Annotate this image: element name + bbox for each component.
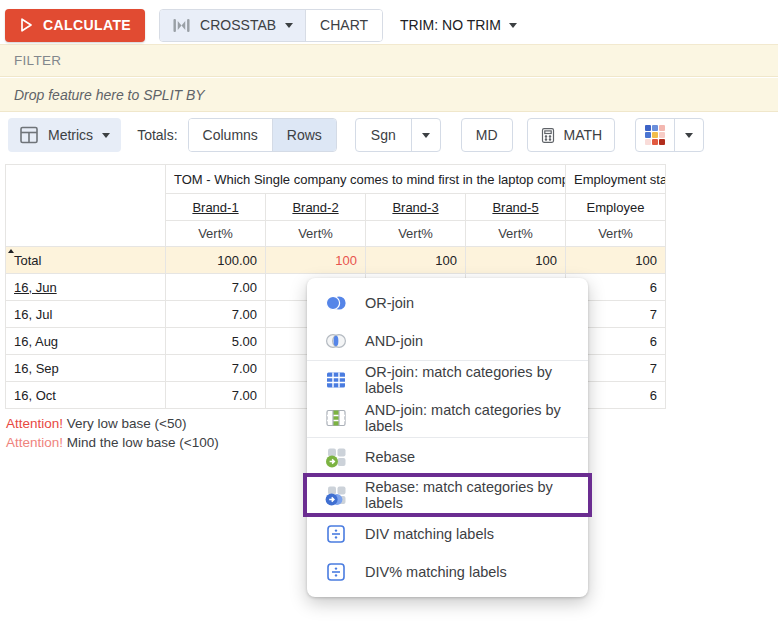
metric-header: Vert% [366, 221, 466, 247]
sgn-caret-button[interactable] [411, 119, 440, 151]
row-header-16-jun[interactable]: 16, Jun [6, 274, 166, 301]
metric-header: Vert% [266, 221, 366, 247]
table-cell-low-base: 100 [266, 247, 366, 274]
row-label-text: 16, Aug [14, 334, 58, 349]
column-header-brand-3[interactable]: Brand-3 [366, 194, 466, 221]
table-cell: 7.00 [166, 274, 266, 301]
view-toggle: CROSSTAB CHART [159, 9, 383, 42]
table-cell: 100 [466, 247, 566, 274]
metric-header: Vert% [466, 221, 566, 247]
table-cell: 5.00 [166, 328, 266, 355]
sgn-label: Sgn [371, 127, 396, 143]
column-header-employee[interactable]: Employee [566, 194, 666, 221]
rebase-green-icon [324, 445, 348, 469]
chevron-down-icon [509, 23, 517, 28]
md-label: MD [476, 127, 498, 143]
chevron-down-icon [685, 133, 693, 138]
chevron-down-icon [422, 133, 430, 138]
column-header-brand-5[interactable]: Brand-5 [466, 194, 566, 221]
totals-rows-label: Rows [287, 127, 322, 143]
menu-item-label: DIV matching labels [365, 526, 494, 542]
menu-item-and-join[interactable]: AND-join [307, 322, 588, 360]
crosstab-label: CROSSTAB [200, 17, 276, 33]
totals-label: Totals: [137, 127, 177, 143]
calculate-label: CALCULATE [43, 17, 131, 33]
table-cell: 7.00 [166, 301, 266, 328]
menu-item-label: Rebase [365, 449, 415, 465]
attention-prefix: Attention! [6, 416, 63, 431]
calculate-button[interactable]: CALCULATE [5, 9, 145, 42]
row-header-16-sep[interactable]: 16, Sep [6, 355, 166, 382]
heatmap-caret-button[interactable] [674, 119, 703, 151]
column-header-brand-1[interactable]: Brand-1 [166, 194, 266, 221]
play-icon [19, 17, 34, 33]
metric-header: Vert% [566, 221, 666, 247]
attention-text: Mind the low base (<100) [67, 435, 219, 450]
grid-match-and-icon [324, 406, 348, 430]
metrics-button[interactable]: Metrics [8, 118, 121, 152]
menu-item-or-join-match-labels[interactable]: OR-join: match categories by labels [307, 361, 588, 399]
trim-dropdown[interactable]: TRIM: NO TRIM [400, 17, 517, 33]
join-context-menu: OR-join AND-join OR-join: match categori… [307, 278, 588, 597]
grid-match-or-icon [324, 368, 348, 392]
heatmap-split-button [635, 118, 704, 152]
menu-item-rebase[interactable]: Rebase [307, 438, 588, 476]
menu-item-and-join-match-labels[interactable]: AND-join: match categories by labels [307, 399, 588, 437]
row-header-16-jul[interactable]: 16, Jul [6, 301, 166, 328]
totals-columns-button[interactable]: Columns [189, 119, 272, 151]
row-header-total[interactable]: Total [6, 247, 166, 274]
div-icon [324, 522, 348, 546]
trim-label: TRIM: NO TRIM [400, 17, 501, 33]
attention-prefix: Attention! [6, 435, 63, 450]
chart-label: CHART [320, 17, 368, 33]
split-by-hint: Drop feature here to SPLIT BY [14, 87, 205, 103]
table-cell: 100 [366, 247, 466, 274]
crosstab-join-icon [172, 17, 191, 34]
menu-item-div-percent-matching-labels[interactable]: DIV% matching labels [307, 553, 588, 591]
totals-columns-label: Columns [203, 127, 258, 143]
chevron-down-icon [102, 133, 110, 138]
filter-drop-zone[interactable]: FILTER [0, 44, 778, 77]
totals-rows-button[interactable]: Rows [272, 119, 336, 151]
math-button[interactable]: MATH [527, 118, 616, 152]
div-percent-icon [324, 560, 348, 584]
menu-item-label: AND-join [365, 333, 423, 349]
table-cell: 7.00 [166, 382, 266, 409]
md-button[interactable]: MD [461, 118, 513, 152]
row-header-16-aug[interactable]: 16, Aug [6, 328, 166, 355]
sgn-split-button: Sgn [355, 118, 441, 152]
table-cell: 7.00 [166, 355, 266, 382]
metrics-label: Metrics [48, 127, 93, 143]
split-by-drop-zone[interactable]: Drop feature here to SPLIT BY [0, 78, 778, 112]
menu-item-or-join[interactable]: OR-join [307, 284, 588, 322]
table-layout-icon [19, 125, 39, 145]
main-toolbar: CALCULATE CROSSTAB CHART TRIM: NO TRIM [0, 0, 778, 44]
row-header-16-oct[interactable]: 16, Oct [6, 382, 166, 409]
heatmap-grid-icon [645, 125, 665, 145]
metrics-toolbar: Metrics Totals: Columns Rows Sgn MD MATH [0, 112, 778, 158]
table-cell: 100.00 [166, 247, 266, 274]
row-label-text: 16, Jul [14, 307, 52, 322]
menu-item-label: OR-join [365, 295, 414, 311]
menu-item-label: Rebase: match categories by labels [365, 479, 571, 511]
attention-text: Very low base (<50) [67, 416, 187, 431]
filter-label: FILTER [14, 53, 61, 68]
sgn-button[interactable]: Sgn [356, 119, 411, 151]
heatmap-button[interactable] [636, 119, 674, 151]
menu-item-label: AND-join: match categories by labels [365, 402, 571, 434]
menu-item-label: DIV% matching labels [365, 564, 507, 580]
column-header-brand-2[interactable]: Brand-2 [266, 194, 366, 221]
menu-item-div-matching-labels[interactable]: DIV matching labels [307, 515, 588, 553]
calculator-icon [540, 127, 556, 144]
menu-item-rebase-match-labels[interactable]: Rebase: match categories by labels [307, 476, 588, 514]
group-header-employment[interactable]: Employment stat [566, 165, 666, 194]
venn-and-icon [324, 329, 348, 353]
math-label: MATH [564, 127, 603, 143]
group-header-tom[interactable]: TOM - Which Single company comes to mind… [166, 165, 566, 194]
menu-item-label: OR-join: match categories by labels [365, 364, 571, 396]
chart-tab[interactable]: CHART [306, 10, 382, 41]
row-label-text: 16, Jun [14, 280, 57, 295]
totals-toggle: Columns Rows [188, 118, 337, 152]
rebase-match-blue-icon [324, 483, 348, 507]
crosstab-tab[interactable]: CROSSTAB [160, 10, 306, 41]
